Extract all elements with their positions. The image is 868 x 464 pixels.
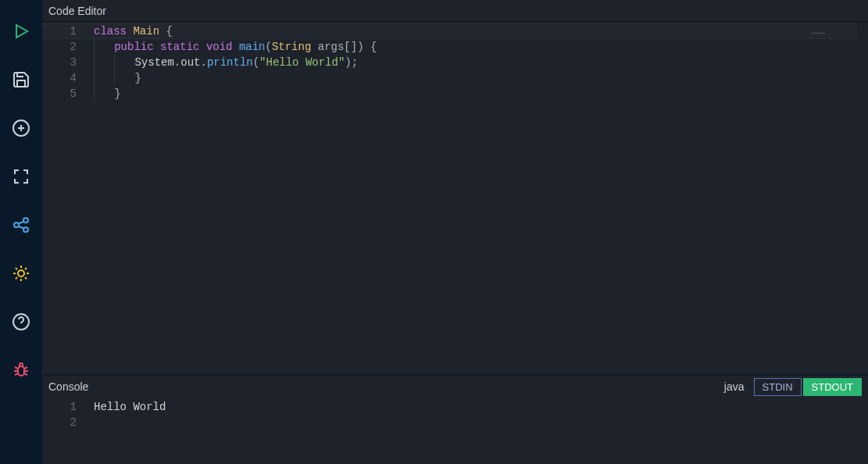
svg-line-26 [24,373,27,375]
editor-header: Code Editor [42,0,868,22]
svg-point-4 [14,223,19,227]
editor-title: Code Editor [48,5,106,17]
help-button[interactable] [0,302,42,341]
svg-line-8 [19,227,24,229]
sidebar [0,0,42,464]
save-icon [12,70,30,89]
svg-rect-20 [18,366,24,376]
console-body[interactable]: 12 Hello World [42,398,868,464]
fullscreen-icon [12,167,30,186]
sun-icon [12,264,30,283]
console-gutter: 12 [42,398,84,464]
svg-line-17 [25,268,27,269]
main-area: Code Editor 12345 class Main { public st… [42,0,868,464]
editor-pane: 12345 class Main { public static void ma… [42,22,868,374]
save-button[interactable] [0,60,42,99]
language-label: java [724,380,745,393]
svg-line-23 [15,367,18,369]
minimap[interactable]: ▂▂▂▂▂▂ [811,24,825,40]
console-header: Console java STDIN STDOUT [42,376,868,398]
debug-button[interactable] [0,351,42,390]
plus-circle-icon [12,119,30,137]
console-output: Hello World [84,398,166,464]
svg-line-25 [15,373,18,375]
svg-line-7 [19,222,24,224]
console-title: Console [48,380,88,393]
share-button[interactable] [0,205,42,244]
svg-point-5 [23,218,28,223]
help-icon [12,312,30,331]
svg-line-12 [16,268,17,269]
svg-line-24 [24,367,27,369]
code-content[interactable]: class Main { public static void main(Str… [84,22,857,374]
play-icon [12,22,30,41]
share-icon [12,216,30,234]
line-gutter: 12345 [42,22,84,374]
add-button[interactable] [0,109,42,148]
console-panel: Console java STDIN STDOUT 12 Hello World [42,374,868,464]
fullscreen-button[interactable] [0,157,42,196]
code-editor[interactable]: 12345 class Main { public static void ma… [42,22,868,374]
stdin-tab[interactable]: STDIN [754,378,802,396]
svg-point-6 [23,227,28,232]
svg-line-13 [25,277,27,279]
svg-point-9 [18,270,24,277]
run-button[interactable] [0,12,42,51]
bug-icon [12,361,30,380]
stdout-tab[interactable]: STDOUT [803,378,862,396]
vertical-scrollbar[interactable] [857,22,868,374]
svg-line-16 [16,277,17,279]
theme-button[interactable] [0,254,42,293]
svg-marker-0 [16,25,27,37]
